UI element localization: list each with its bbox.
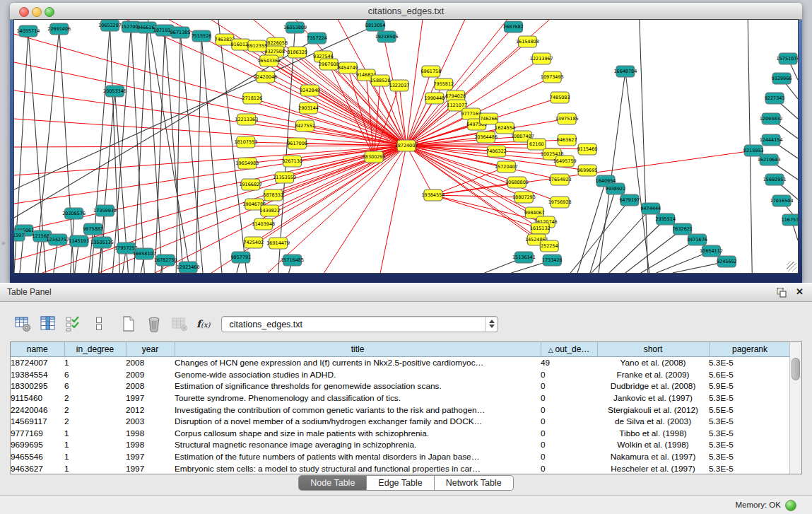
column-header-short[interactable]: short: [597, 342, 709, 357]
graph-node[interactable]: 62160: [527, 139, 546, 150]
graph-node[interactable]: 19654983: [235, 158, 259, 169]
graph-node[interactable]: 9463627: [557, 134, 577, 146]
graph-node[interactable]: 7632621: [672, 223, 693, 235]
graph-node[interactable]: 15692951: [763, 174, 787, 185]
graph-node[interactable]: 2718126: [242, 93, 262, 104]
graph-node[interactable]: 10653287: [98, 20, 122, 31]
graph-node[interactable]: 15751074: [777, 53, 798, 64]
table-settings-icon[interactable]: [14, 315, 31, 332]
column-chooser-icon[interactable]: [40, 315, 57, 332]
graph-node[interactable]: 8471676: [687, 234, 707, 245]
graph-node[interactable]: 8427552: [295, 120, 315, 132]
function-icon[interactable]: f(x): [196, 318, 210, 329]
tab-node-table[interactable]: Node Table: [298, 475, 367, 491]
graph-node[interactable]: 19166827: [239, 179, 262, 190]
float-panel-icon[interactable]: [777, 288, 787, 298]
graph-node[interactable]: 17654923: [548, 174, 572, 185]
network-graph[interactable]: 1872400718300295193845541822605893275081…: [14, 20, 798, 273]
scrollbar-thumb[interactable]: [792, 358, 800, 380]
graph-node[interactable]: 12213967: [530, 53, 553, 64]
graph-node[interactable]: 15720407: [495, 161, 518, 173]
graph-node[interactable]: 14055714: [16, 25, 40, 37]
graph-node[interactable]: 1322037: [389, 80, 410, 91]
table-row[interactable]: 946362711997Embryonic stem cells: a mode…: [11, 462, 791, 474]
graph-node[interactable]: 12923468: [177, 262, 200, 273]
vertical-scrollbar[interactable]: [789, 342, 801, 474]
graph-node[interactable]: 7955812: [433, 78, 454, 90]
graph-node[interactable]: 1439822: [259, 205, 280, 216]
graph-node[interactable]: 9938922: [606, 183, 626, 194]
graph-node[interactable]: 16210643: [758, 154, 781, 165]
overflow-chevron-icon[interactable]: »: [1, 239, 6, 247]
graph-node[interactable]: 20364486: [474, 132, 498, 143]
table-header-row[interactable]: namein_degreeyeartitle△out_de…shortpager…: [11, 342, 791, 357]
column-header-name[interactable]: name: [11, 342, 64, 357]
memory-status-led[interactable]: [785, 500, 796, 511]
graph-node[interactable]: 12342757: [46, 234, 69, 245]
table-row[interactable]: 1456911722003Disruption of a novel membe…: [11, 416, 791, 428]
graph-node[interactable]: 18807293: [512, 192, 536, 203]
tab-network-table[interactable]: Network Table: [435, 475, 514, 491]
network-view-window[interactable]: citations_edges.txt 18724007183002951938…: [10, 3, 802, 283]
combobox-stepper-icon[interactable]: [485, 317, 498, 332]
graph-node[interactable]: 1733426: [542, 255, 563, 266]
graph-node[interactable]: 1615132: [530, 223, 551, 234]
graph-node[interactable]: 10654112: [700, 245, 723, 257]
graph-node[interactable]: 19384554: [421, 189, 445, 201]
graph-node[interactable]: 10973493: [541, 71, 564, 83]
table-row[interactable]: 1872400712008Changes of HCN gene express…: [11, 357, 791, 369]
column-header-year[interactable]: year: [126, 342, 175, 357]
table-row[interactable]: 946554611997Estimation of the future num…: [11, 451, 791, 463]
column-header-title[interactable]: title: [175, 342, 541, 357]
graph-node[interactable]: 8912355: [247, 40, 267, 52]
graph-node[interactable]: 9699695: [577, 165, 598, 176]
graph-node[interactable]: 1990448: [424, 93, 445, 104]
graph-node[interactable]: 9671385: [170, 27, 191, 38]
graph-node[interactable]: 16958107: [133, 248, 156, 259]
graph-node[interactable]: 18724007: [395, 140, 418, 151]
graph-node[interactable]: 2903144: [298, 103, 319, 114]
graph-node[interactable]: 9617006: [287, 138, 307, 149]
window-titlebar[interactable]: citations_edges.txt: [10, 3, 802, 20]
graph-node[interactable]: 11403948: [252, 218, 275, 230]
graph-node[interactable]: 16782759: [154, 255, 177, 266]
graph-node[interactable]: 2967608: [319, 59, 339, 70]
graph-node[interactable]: 16495759: [553, 156, 577, 167]
tab-edge-table[interactable]: Edge Table: [367, 475, 434, 491]
graph-node[interactable]: 22691406: [47, 23, 71, 35]
graph-node[interactable]: 15716485: [281, 255, 304, 266]
graph-node[interactable]: 9777169: [461, 108, 481, 119]
graph-node[interactable]: 9474444: [640, 203, 661, 214]
graph-node[interactable]: 13975185: [555, 113, 579, 124]
graph-node[interactable]: 252254: [540, 240, 558, 252]
graph-node[interactable]: 1624554: [495, 122, 515, 134]
graph-node[interactable]: 19218506: [375, 31, 399, 42]
graph-node[interactable]: 9227343: [765, 93, 785, 104]
graph-node[interactable]: 15136141: [512, 252, 536, 263]
graph-node[interactable]: 16543362: [257, 55, 281, 66]
graph-node[interactable]: 391597: [14, 230, 25, 241]
graph-node[interactable]: 7515526: [192, 30, 212, 42]
graph-node[interactable]: 8813054: [365, 20, 386, 31]
table-row[interactable]: 911546021997Tourette syndrome. Phenomeno…: [11, 392, 791, 404]
graph-node[interactable]: 12213363: [235, 114, 258, 125]
graph-node[interactable]: 9242848: [300, 85, 320, 96]
graph-node[interactable]: 13505135: [90, 237, 114, 248]
resize-grip-icon[interactable]: [787, 262, 796, 271]
graph-node[interactable]: 22420046: [254, 71, 277, 83]
graph-node[interactable]: 17359939: [93, 205, 117, 216]
graph-node[interactable]: 8186328: [287, 47, 307, 58]
select-rows-icon[interactable]: [65, 315, 82, 332]
graph-node[interactable]: 7485083: [550, 92, 570, 103]
table-row[interactable]: 1938455462009Genome-wide association stu…: [11, 369, 791, 381]
graph-node[interactable]: 9975887: [83, 223, 103, 235]
graph-node[interactable]: 8454749: [338, 62, 358, 74]
graph-node[interactable]: 1145193: [69, 235, 89, 247]
graph-node[interactable]: 8267130: [282, 156, 302, 167]
graph-node[interactable]: 19756928: [548, 197, 572, 208]
graph-node[interactable]: 16914479: [266, 238, 290, 249]
graph-node[interactable]: 9329966: [772, 73, 792, 84]
graph-node[interactable]: 2935514: [655, 214, 676, 225]
graph-node[interactable]: 17016504: [770, 195, 794, 206]
graph-node[interactable]: 18300295: [363, 151, 386, 163]
